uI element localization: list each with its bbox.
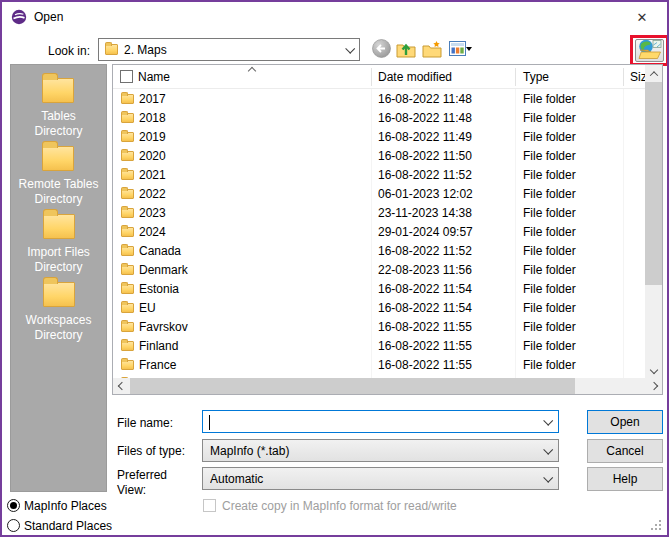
chevron-down-icon[interactable] bbox=[543, 416, 553, 426]
table-row[interactable]: 202016-08-2022 11:50File folder bbox=[113, 146, 645, 165]
folder-icon bbox=[121, 360, 134, 370]
date-modified-cell: 16-08-2022 11:50 bbox=[378, 149, 523, 163]
folder-icon bbox=[121, 189, 134, 199]
type-cell: File folder bbox=[523, 168, 623, 182]
column-divider[interactable] bbox=[515, 68, 516, 86]
title-bar: Open ✕ bbox=[2, 2, 667, 32]
column-divider[interactable] bbox=[623, 68, 624, 86]
sidebar-item-remote-tables[interactable]: Remote TablesDirectory bbox=[19, 146, 99, 207]
size-column-header[interactable]: Size bbox=[630, 70, 646, 84]
chevron-down-icon bbox=[345, 44, 355, 54]
type-cell: File folder bbox=[523, 358, 623, 372]
file-name-input[interactable] bbox=[210, 411, 538, 432]
create-copy-checkbox bbox=[203, 499, 216, 512]
files-of-type-label: Files of type: bbox=[117, 444, 185, 458]
date-modified-cell: 16-08-2022 11:49 bbox=[378, 130, 523, 144]
scroll-down-icon[interactable] bbox=[645, 361, 662, 378]
vertical-scrollbar[interactable] bbox=[645, 65, 662, 378]
globe-folder-icon bbox=[638, 39, 662, 62]
cancel-button[interactable]: Cancel bbox=[587, 439, 663, 463]
up-one-level-button[interactable] bbox=[395, 39, 417, 61]
file-name-cell: 2022 bbox=[139, 187, 378, 201]
sidebar-item-workspaces[interactable]: WorkspacesDirectory bbox=[26, 282, 92, 343]
table-row[interactable]: Estonia16-08-2022 11:54File folder bbox=[113, 279, 645, 298]
table-row[interactable]: 202116-08-2022 11:52File folder bbox=[113, 165, 645, 184]
scroll-right-icon[interactable] bbox=[645, 378, 662, 394]
preferred-view-label: PreferredView: bbox=[117, 468, 167, 498]
file-name-cell: France bbox=[139, 358, 378, 372]
file-name-cell: 2018 bbox=[139, 111, 378, 125]
radio-mapinfo-places[interactable] bbox=[7, 499, 20, 512]
file-list: Name Date modified Type Size 201716-08-2… bbox=[112, 64, 663, 395]
view-menu-button[interactable] bbox=[446, 39, 468, 61]
help-button[interactable]: Help bbox=[587, 467, 663, 491]
file-name-cell: Denmark bbox=[139, 263, 378, 277]
select-all-checkbox[interactable] bbox=[120, 70, 133, 83]
date-modified-cell: 23-11-2023 14:38 bbox=[378, 206, 523, 220]
folder-icon bbox=[42, 78, 74, 103]
back-icon bbox=[372, 39, 391, 61]
table-row[interactable]: France16-08-2022 11:55File folder bbox=[113, 355, 645, 374]
column-divider[interactable] bbox=[371, 68, 372, 86]
date-modified-cell: 16-08-2022 11:52 bbox=[378, 168, 523, 182]
file-name-cell: 2017 bbox=[139, 92, 378, 106]
date-modified-cell: 06-01-2023 12:02 bbox=[378, 187, 523, 201]
sidebar-item-import-files[interactable]: Import FilesDirectory bbox=[27, 214, 90, 275]
folder-icon bbox=[43, 282, 75, 307]
table-row[interactable]: Canada16-08-2022 11:52File folder bbox=[113, 241, 645, 260]
file-name-cell: Finland bbox=[139, 339, 378, 353]
type-column-header[interactable]: Type bbox=[523, 70, 549, 84]
sidebar-item-tables[interactable]: TablesDirectory bbox=[34, 78, 82, 139]
vertical-scrollbar-thumb[interactable] bbox=[645, 82, 662, 285]
scroll-left-icon[interactable] bbox=[113, 378, 130, 394]
table-row[interactable]: Finland16-08-2022 11:55File folder bbox=[113, 336, 645, 355]
new-folder-button[interactable] bbox=[421, 39, 443, 61]
close-icon[interactable]: ✕ bbox=[629, 6, 655, 28]
preferred-view-select[interactable]: Automatic bbox=[202, 467, 559, 490]
table-row[interactable]: 201916-08-2022 11:49File folder bbox=[113, 127, 645, 146]
open-dialog: Open ✕ Look in: 2. Maps bbox=[0, 0, 669, 537]
file-name-cell: 2019 bbox=[139, 130, 378, 144]
table-row[interactable]: 201816-08-2022 11:48File folder bbox=[113, 108, 645, 127]
table-row[interactable]: EU16-08-2022 11:54File folder bbox=[113, 298, 645, 317]
folder-icon bbox=[105, 44, 118, 55]
file-name-cell: 2021 bbox=[139, 168, 378, 182]
date-modified-cell: 16-08-2022 11:54 bbox=[378, 282, 523, 296]
date-modified-column-header[interactable]: Date modified bbox=[378, 70, 452, 84]
folder-icon bbox=[121, 151, 134, 161]
look-in-select[interactable]: 2. Maps bbox=[98, 38, 360, 61]
horizontal-scrollbar-thumb[interactable] bbox=[130, 378, 575, 394]
date-modified-cell: 22-08-2023 11:56 bbox=[378, 263, 523, 277]
type-cell: File folder bbox=[523, 339, 623, 353]
folder-icon bbox=[121, 170, 134, 180]
back-button[interactable] bbox=[370, 39, 392, 61]
table-row[interactable]: 202323-11-2023 14:38File folder bbox=[113, 203, 645, 222]
highlight-annotation bbox=[630, 35, 669, 66]
table-row[interactable]: 202429-01-2024 09:57File folder bbox=[113, 222, 645, 241]
folder-icon bbox=[121, 265, 134, 275]
name-column-header[interactable]: Name bbox=[138, 70, 170, 84]
type-cell: File folder bbox=[523, 263, 623, 277]
type-cell: File folder bbox=[523, 92, 623, 106]
type-cell: File folder bbox=[523, 130, 623, 144]
type-cell: File folder bbox=[523, 301, 623, 315]
table-row[interactable]: Denmark22-08-2023 11:56File folder bbox=[113, 260, 645, 279]
view-menu-dropdown-arrow-icon[interactable] bbox=[466, 47, 472, 51]
file-list-rows: 201716-08-2022 11:48File folder201816-08… bbox=[113, 89, 645, 378]
radio-standard-places-label: Standard Places bbox=[24, 519, 112, 533]
file-name-combobox bbox=[202, 410, 559, 433]
scroll-up-icon[interactable] bbox=[645, 65, 662, 82]
mapinfo-app-icon bbox=[11, 9, 27, 25]
open-table-button[interactable] bbox=[635, 39, 664, 62]
resize-grip[interactable] bbox=[651, 520, 653, 522]
horizontal-scrollbar[interactable] bbox=[113, 378, 662, 394]
list-header: Name Date modified Type Size bbox=[113, 65, 645, 89]
date-modified-cell: 16-08-2022 11:52 bbox=[378, 244, 523, 258]
radio-standard-places[interactable] bbox=[7, 519, 20, 532]
table-row[interactable]: 202206-01-2023 12:02File folder bbox=[113, 184, 645, 203]
file-name-label: File name: bbox=[117, 416, 173, 430]
table-row[interactable]: 201716-08-2022 11:48File folder bbox=[113, 89, 645, 108]
open-button[interactable]: Open bbox=[587, 410, 663, 434]
files-of-type-select[interactable]: MapInfo (*.tab) bbox=[202, 439, 559, 462]
table-row[interactable]: Favrskov16-08-2022 11:55File folder bbox=[113, 317, 645, 336]
